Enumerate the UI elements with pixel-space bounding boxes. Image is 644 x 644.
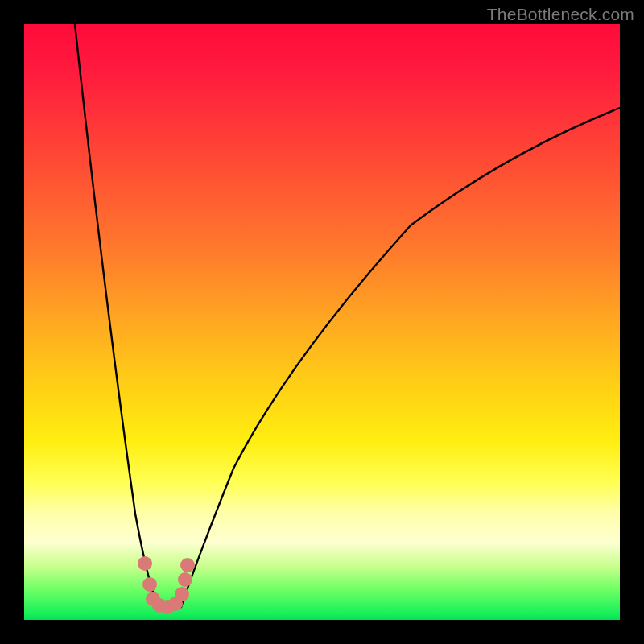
- curve-left: [75, 24, 159, 607]
- curve-layer: [24, 24, 620, 620]
- valley-markers: [138, 556, 195, 614]
- curve-right: [181, 108, 620, 607]
- svg-point-7: [178, 572, 192, 587]
- watermark-text: TheBottleneck.com: [487, 5, 634, 24]
- chart-frame: TheBottleneck.com: [0, 0, 644, 644]
- svg-point-8: [180, 558, 195, 572]
- svg-point-6: [175, 587, 189, 601]
- svg-point-0: [138, 556, 152, 571]
- plot-area: [24, 24, 620, 620]
- svg-point-1: [142, 577, 157, 592]
